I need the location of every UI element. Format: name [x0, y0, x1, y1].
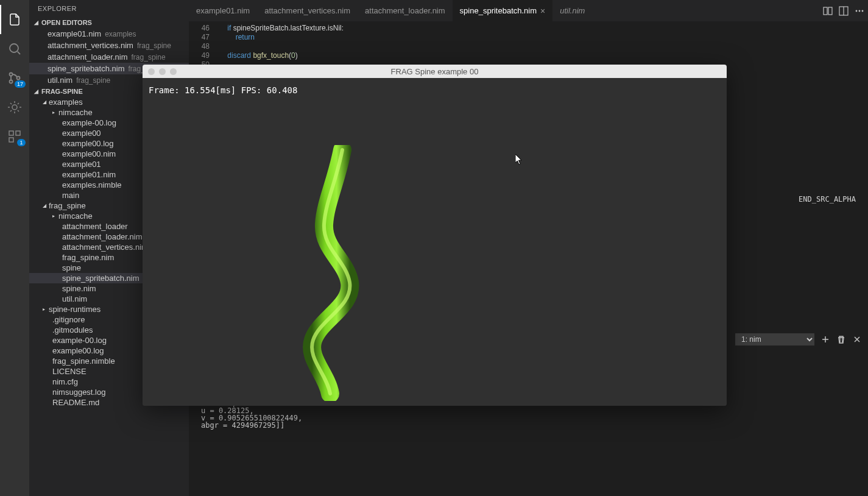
- app-titlebar[interactable]: FRAG Spine example 00: [143, 65, 727, 78]
- app-title: FRAG Spine example 00: [143, 67, 727, 76]
- debug-icon[interactable]: [0, 93, 29, 122]
- spine-example-window[interactable]: FRAG Spine example 00 Frame: 16.554[ms] …: [143, 65, 727, 406]
- scm-badge: 17: [15, 80, 26, 88]
- svg-point-0: [10, 44, 18, 52]
- close-tab-icon[interactable]: ×: [540, 6, 545, 16]
- open-editors-header[interactable]: ◢OPEN EDITORS: [29, 17, 189, 28]
- kill-terminal-icon[interactable]: [836, 335, 846, 344]
- terminal-select[interactable]: 1: nim: [735, 333, 814, 345]
- search-icon[interactable]: [0, 34, 29, 63]
- tab-actions: [823, 0, 864, 21]
- svg-rect-5: [9, 131, 13, 135]
- perf-overlay: Frame: 16.554[ms] FPS: 60.408: [149, 85, 297, 95]
- traffic-lights[interactable]: [143, 68, 177, 75]
- svg-point-2: [10, 80, 13, 83]
- editor-tab[interactable]: attachment_loader.nim: [358, 0, 453, 21]
- svg-rect-7: [9, 138, 13, 142]
- extensions-badge: 1: [17, 139, 26, 146]
- explorer-title: EXPLORER: [29, 0, 189, 17]
- svg-rect-8: [824, 7, 827, 15]
- vine-graphic: [283, 145, 392, 401]
- new-terminal-icon[interactable]: [820, 335, 830, 344]
- svg-point-3: [17, 77, 20, 80]
- app-viewport: Frame: 16.554[ms] FPS: 60.408: [143, 78, 727, 406]
- tab-bar: example01.nimattachment_vertices.nimatta…: [189, 0, 868, 21]
- explorer-icon[interactable]: [0, 5, 29, 34]
- svg-rect-9: [828, 7, 832, 15]
- source-control-icon[interactable]: 17: [0, 63, 29, 93]
- svg-rect-6: [16, 131, 20, 135]
- editor-tab[interactable]: util.nim: [552, 0, 592, 21]
- editor-tab[interactable]: example01.nim: [189, 0, 257, 21]
- compare-icon[interactable]: [823, 6, 833, 16]
- editor-tab[interactable]: spine_spritebatch.nim×: [453, 0, 553, 21]
- close-panel-icon[interactable]: [852, 335, 862, 344]
- open-editor-item[interactable]: example01.nimexamples: [29, 28, 189, 40]
- open-editor-item[interactable]: attachment_loader.nimfrag_spine: [29, 51, 189, 63]
- more-icon[interactable]: [855, 6, 864, 16]
- svg-point-12: [859, 10, 861, 12]
- svg-point-13: [862, 10, 864, 12]
- activity-bar: 17 1: [0, 0, 29, 496]
- svg-point-4: [12, 105, 17, 110]
- extensions-icon[interactable]: 1: [0, 122, 29, 151]
- editor-tab[interactable]: attachment_vertices.nim: [257, 0, 358, 21]
- svg-point-11: [856, 10, 858, 12]
- code-fragment: END_SRC_ALPHA: [799, 195, 856, 204]
- open-editor-item[interactable]: attachment_vertices.nimfrag_spine: [29, 40, 189, 51]
- svg-point-1: [10, 73, 13, 76]
- split-editor-icon[interactable]: [839, 6, 849, 16]
